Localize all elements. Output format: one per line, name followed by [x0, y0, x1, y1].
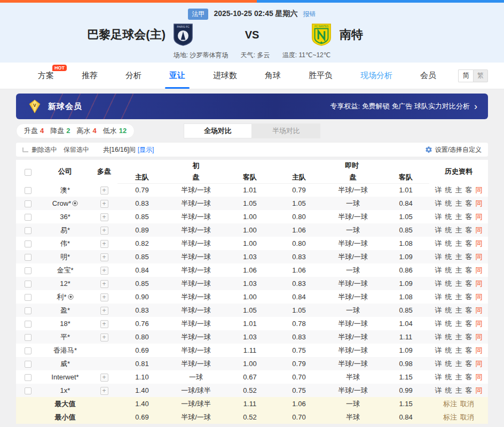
history-same-link[interactable]: 同 — [476, 360, 483, 368]
row-checkbox[interactable] — [25, 281, 32, 288]
history-away-link[interactable]: 客 — [466, 199, 472, 207]
multi-odds-expand-button[interactable]: + — [100, 227, 108, 235]
history-same-link[interactable]: 同 — [476, 213, 483, 221]
history-home-link[interactable]: 主 — [455, 253, 462, 261]
report-error-link[interactable]: 报错 — [303, 10, 316, 19]
history-away-link[interactable]: 客 — [466, 293, 472, 301]
history-away-link[interactable]: 客 — [466, 306, 472, 314]
company-name[interactable]: Crow* — [52, 199, 71, 207]
row-checkbox[interactable] — [25, 294, 32, 301]
tab-analysis[interactable]: 分析 — [125, 63, 141, 89]
history-home-link[interactable]: 主 — [455, 333, 462, 341]
history-same-link[interactable]: 同 — [476, 320, 483, 328]
company-name[interactable]: 12* — [60, 280, 70, 288]
history-detail-link[interactable]: 详 — [435, 239, 442, 247]
history-away-link[interactable]: 客 — [466, 280, 472, 288]
company-name[interactable]: Interwet* — [51, 373, 78, 381]
delete-selected-button[interactable]: 删除选中 — [32, 145, 57, 154]
history-stats-link[interactable]: 统 — [445, 320, 452, 328]
row-checkbox[interactable] — [25, 267, 32, 274]
history-same-link[interactable]: 同 — [476, 186, 483, 194]
row-checkbox[interactable] — [25, 254, 32, 261]
row-checkbox[interactable] — [25, 227, 32, 234]
history-same-link[interactable]: 同 — [476, 373, 483, 381]
history-away-link[interactable]: 客 — [466, 320, 472, 328]
row-checkbox[interactable] — [25, 214, 32, 221]
history-stats-link[interactable]: 统 — [445, 226, 452, 234]
tab-recommend[interactable]: 推荐 — [82, 63, 98, 89]
history-home-link[interactable]: 主 — [455, 306, 462, 314]
history-stats-link[interactable]: 统 — [445, 253, 452, 261]
row-checkbox[interactable] — [25, 347, 32, 354]
history-away-link[interactable]: 客 — [466, 333, 472, 341]
select-all-checkbox[interactable] — [25, 169, 32, 176]
tab-live-analysis[interactable]: 现场分析 — [360, 63, 392, 89]
history-away-link[interactable]: 客 — [466, 346, 472, 354]
history-home-link[interactable]: 主 — [455, 320, 462, 328]
history-same-link[interactable]: 同 — [476, 386, 483, 394]
multi-odds-expand-button[interactable]: + — [100, 240, 108, 248]
history-stats-link[interactable]: 统 — [445, 213, 452, 221]
history-detail-link[interactable]: 详 — [435, 293, 442, 301]
row-checkbox[interactable] — [25, 307, 32, 314]
history-away-link[interactable]: 客 — [466, 226, 472, 234]
company-name[interactable]: 1x* — [60, 386, 70, 394]
history-same-link[interactable]: 同 — [476, 239, 483, 247]
history-home-link[interactable]: 主 — [455, 186, 462, 194]
history-away-link[interactable]: 客 — [466, 360, 472, 368]
history-detail-link[interactable]: 详 — [435, 306, 442, 314]
history-home-link[interactable]: 主 — [455, 280, 462, 288]
history-same-link[interactable]: 同 — [476, 266, 483, 274]
company-name[interactable]: 金宝* — [57, 266, 73, 274]
row-checkbox[interactable] — [25, 321, 32, 328]
history-detail-link[interactable]: 详 — [435, 213, 442, 221]
history-same-link[interactable]: 同 — [476, 280, 483, 288]
history-stats-link[interactable]: 统 — [445, 333, 452, 341]
company-name[interactable]: 易* — [60, 226, 70, 234]
company-name[interactable]: 澳* — [60, 186, 70, 194]
history-stats-link[interactable]: 统 — [445, 386, 452, 394]
multi-odds-expand-button[interactable]: + — [100, 293, 108, 301]
history-home-link[interactable]: 主 — [455, 266, 462, 274]
multi-odds-expand-button[interactable]: + — [100, 307, 108, 315]
company-name[interactable]: 18* — [60, 320, 70, 328]
history-stats-link[interactable]: 统 — [445, 373, 452, 381]
tab-full-match-compare[interactable]: 全场对比 — [184, 123, 252, 138]
history-stats-link[interactable]: 统 — [445, 266, 452, 274]
company-name[interactable]: 明* — [60, 253, 70, 261]
history-detail-link[interactable]: 详 — [435, 253, 442, 261]
history-same-link[interactable]: 同 — [476, 199, 483, 207]
history-stats-link[interactable]: 统 — [445, 306, 452, 314]
company-name[interactable]: 伟* — [60, 239, 70, 247]
history-home-link[interactable]: 主 — [455, 360, 462, 368]
history-away-link[interactable]: 客 — [466, 186, 472, 194]
settings-customize-button[interactable]: 设置/选择自定义 — [425, 145, 482, 154]
row-checkbox[interactable] — [25, 240, 32, 247]
history-detail-link[interactable]: 详 — [435, 373, 442, 381]
multi-odds-expand-button[interactable]: + — [100, 267, 108, 275]
row-checkbox[interactable] — [25, 361, 32, 368]
history-away-link[interactable]: 客 — [466, 239, 472, 247]
row-checkbox[interactable] — [25, 200, 32, 207]
history-stats-link[interactable]: 统 — [445, 360, 452, 368]
history-detail-link[interactable]: 详 — [435, 199, 442, 207]
multi-odds-expand-button[interactable]: + — [100, 320, 108, 328]
history-home-link[interactable]: 主 — [455, 213, 462, 221]
company-name[interactable]: 盈* — [60, 306, 70, 314]
history-stats-link[interactable]: 统 — [445, 293, 452, 301]
tab-corners[interactable]: 角球 — [265, 63, 281, 89]
history-away-link[interactable]: 客 — [466, 373, 472, 381]
history-stats-link[interactable]: 统 — [445, 280, 452, 288]
row-checkbox[interactable] — [25, 374, 32, 381]
show-link[interactable]: [显示] — [138, 145, 154, 154]
row-checkbox[interactable] — [25, 387, 32, 394]
history-detail-link[interactable]: 详 — [435, 346, 442, 354]
tab-asian-handicap[interactable]: 亚让 — [169, 63, 185, 89]
history-home-link[interactable]: 主 — [455, 199, 462, 207]
cancel-link[interactable]: 取消 — [460, 413, 474, 421]
lang-simplified-button[interactable]: 简 — [458, 69, 473, 82]
history-home-link[interactable]: 主 — [455, 373, 462, 381]
multi-odds-expand-button[interactable]: + — [100, 213, 108, 221]
company-name[interactable]: 威* — [60, 360, 70, 368]
cancel-link[interactable]: 取消 — [460, 400, 474, 408]
